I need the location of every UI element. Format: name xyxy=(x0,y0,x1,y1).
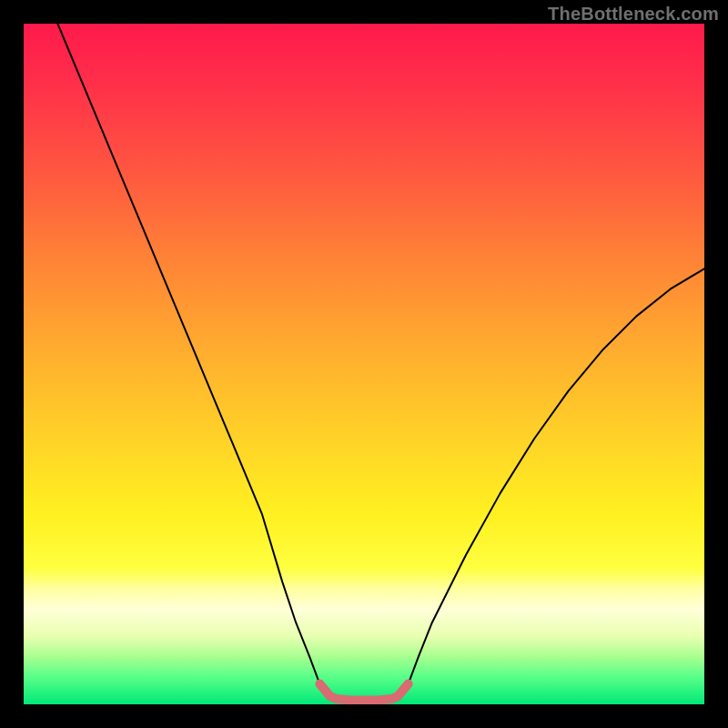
chart-plot-area xyxy=(24,24,704,704)
chart-stage: TheBottleneck.com xyxy=(0,0,728,728)
chart-background-gradient xyxy=(24,24,704,704)
watermark-text: TheBottleneck.com xyxy=(548,4,719,25)
